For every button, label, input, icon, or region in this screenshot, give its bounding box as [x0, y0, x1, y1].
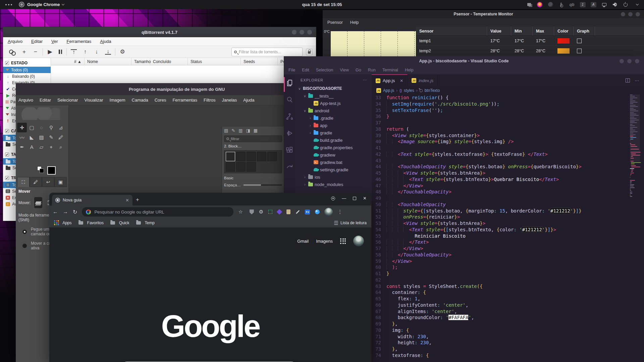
tree-item-app[interactable]: ›app	[295, 122, 372, 129]
code-line[interactable]: 73 },	[372, 346, 644, 352]
minimize-button[interactable]: —	[342, 196, 346, 201]
fg-bg-color-selector[interactable]	[37, 166, 56, 176]
dock-tab-icon[interactable]: ▦	[254, 128, 258, 133]
breadcrumb-item[interactable]: App.js	[383, 88, 394, 93]
column-header-Nome[interactable]: Nome	[85, 58, 131, 65]
resume-button[interactable]: ▶	[44, 48, 56, 55]
gimp-menu-janelas[interactable]: Janelas	[222, 98, 237, 103]
gimp-menu-imagem[interactable]: Imagem	[110, 98, 125, 103]
crop-tool[interactable]: ⊿	[56, 123, 66, 132]
tree-item-node_modules[interactable]: ›node_modules	[295, 181, 372, 188]
reading-list-button[interactable]: Lista de leitura	[334, 221, 367, 225]
split-editor-icon[interactable]	[626, 78, 630, 82]
code-line[interactable]: 74 textofrase: {	[372, 352, 644, 359]
move-top-button[interactable]: ↑	[71, 49, 77, 55]
omnibox[interactable]: Pesquisar no Google ou digitar URL	[82, 207, 233, 217]
breadcrumb-item[interactable]: styles	[404, 88, 414, 93]
pencil-tool[interactable]: ✎	[46, 132, 56, 142]
toolbox-dock-tab[interactable]: ↩	[42, 177, 54, 187]
code-line[interactable]: 64 container: {	[372, 289, 644, 296]
breadcrumb[interactable]: JSApp.js›{}styles›btnTexto	[372, 86, 644, 95]
spacing-slider[interactable]	[244, 184, 282, 186]
bookmark-temp[interactable]: Temp	[145, 221, 155, 225]
gimp-menu-ajuda[interactable]: Ajuda	[243, 98, 254, 103]
note-extension-icon[interactable]	[286, 209, 290, 214]
code-line[interactable]: 54 <Text style={[styles.btnTexto, {color…	[372, 227, 644, 233]
bookmark-star-icon[interactable]: ☆	[238, 209, 243, 215]
move-up-button[interactable]: ↑	[79, 49, 91, 55]
vscode-menu-run[interactable]: Run	[368, 68, 376, 72]
rect-select-tool[interactable]: ▢	[27, 123, 37, 132]
frame-extension-icon[interactable]	[268, 210, 272, 214]
code-line[interactable]: 46 <Text style={styles.btnTexto}>Quebrar…	[372, 176, 644, 183]
code-line[interactable]: 69 },	[372, 321, 644, 327]
bookmark-favoritos[interactable]: Favoritos	[87, 221, 104, 225]
tree-item-ios[interactable]: ›ios	[295, 173, 372, 181]
brush-filter-input[interactable]: filtrar	[224, 135, 282, 142]
globe-extension-icon[interactable]	[315, 209, 320, 214]
dock-tab-icon[interactable]: ◨	[246, 128, 250, 133]
dock-tab-icon[interactable]: ▥	[238, 128, 243, 133]
breadcrumb-item[interactable]: btnTexto	[425, 88, 440, 93]
code-line[interactable]: 72 height: 230,	[372, 340, 644, 346]
maximize-button[interactable]	[353, 197, 356, 200]
code-line[interactable]: 67 alignItems: 'center',	[372, 308, 644, 315]
editor-tab-app.js[interactable]: JSApp.js✕	[372, 74, 408, 86]
bookmark-apps[interactable]: Apps	[62, 221, 71, 225]
close-button[interactable]: ✕	[363, 196, 367, 201]
sidebar-item[interactable]: ↓Baixando (0)	[3, 73, 51, 79]
clone-tool[interactable]: ⌖	[46, 142, 56, 152]
code-line[interactable]: 70 img: {	[372, 327, 644, 334]
extensions-icon[interactable]	[284, 141, 295, 158]
window-buttons[interactable]	[620, 59, 639, 63]
code-line[interactable]: 40 <Image source={img} style={styles.img…	[372, 138, 644, 145]
toolbox-dock-tab[interactable]: 🖉	[30, 177, 42, 187]
window-buttons[interactable]	[292, 30, 312, 35]
toolbox-dock-tab[interactable]: ⛶	[17, 177, 30, 187]
column-header-Status[interactable]: Status	[188, 58, 241, 65]
chrome-menu-icon[interactable]: ⋮	[337, 209, 342, 215]
code-line[interactable]: 43	[372, 158, 644, 164]
pen-extension-icon[interactable]	[296, 210, 300, 214]
vscode-menu-help[interactable]: Help	[405, 68, 414, 72]
column-header-Seeds[interactable]: Seeds	[241, 58, 278, 65]
tree-item-gradle[interactable]: ›gradle	[295, 129, 372, 136]
code-line[interactable]: 48 </TouchableOpacity>	[372, 189, 644, 195]
code-line[interactable]: 35 setTextoFrase('');	[372, 107, 644, 114]
graph-checkbox[interactable]	[577, 49, 582, 53]
tab-close-icon[interactable]: ✕	[400, 78, 403, 83]
graph-checkbox[interactable]	[577, 39, 582, 43]
window-buttons[interactable]	[621, 12, 640, 16]
move-bottom-button[interactable]: ↓	[105, 49, 111, 55]
tree-item-build.gradle[interactable]: build.gradle	[295, 136, 372, 144]
code-line[interactable]: 44 <TouchableOpacity style={styles.botao…	[372, 164, 644, 170]
code-line[interactable]: 49	[372, 195, 644, 201]
checkbox-icon[interactable]: ✓	[5, 176, 9, 180]
gimp-menu-camada[interactable]: Camada	[132, 98, 148, 103]
ink-tool[interactable]: ✒	[17, 142, 27, 152]
column-header-Concludo[interactable]: Concluído	[150, 58, 188, 65]
gear-extension-icon[interactable]: ⚙	[259, 209, 263, 215]
code-line[interactable]: 47 </View>	[372, 183, 644, 189]
gimp-menu-arquivo[interactable]: Arquivo	[18, 98, 33, 103]
warp-tool[interactable]: 〰	[17, 132, 27, 142]
toolbox-dock-tab[interactable]: ▣	[54, 177, 67, 187]
code-line[interactable]: 39 <View style={styles.container}>	[372, 132, 644, 139]
reload-button[interactable]: ↻	[73, 209, 77, 215]
remove-torrent-button[interactable]: −	[30, 49, 41, 55]
eraser-tool[interactable]: ▱	[37, 142, 46, 152]
remote-icon[interactable]	[284, 158, 295, 175]
gimp-menu-cores[interactable]: Cores	[155, 98, 166, 103]
psensor-titlebar[interactable]: Psensor - Temperature Monitor	[323, 10, 644, 18]
dock-tab-icon[interactable]: ✎	[231, 128, 235, 133]
code-line[interactable]: 34 setImg(require('./src/biscoito.png'))…	[372, 101, 644, 107]
dock-tab-icon[interactable]: ▤	[224, 128, 228, 133]
shield-extension-icon[interactable]	[250, 209, 254, 215]
gimp-menu-filtros[interactable]: Filtros	[204, 98, 215, 103]
code-line[interactable]: 37	[372, 120, 644, 126]
move-down-button[interactable]: ↓	[91, 49, 102, 55]
sidebar-item[interactable]: Todos (0)	[3, 67, 51, 73]
gimp-menu-visualizar[interactable]: Visualizar	[84, 98, 103, 103]
gimp-menu-editar[interactable]: Editar	[40, 98, 51, 103]
bookmark-quick[interactable]: Quick	[119, 221, 129, 225]
